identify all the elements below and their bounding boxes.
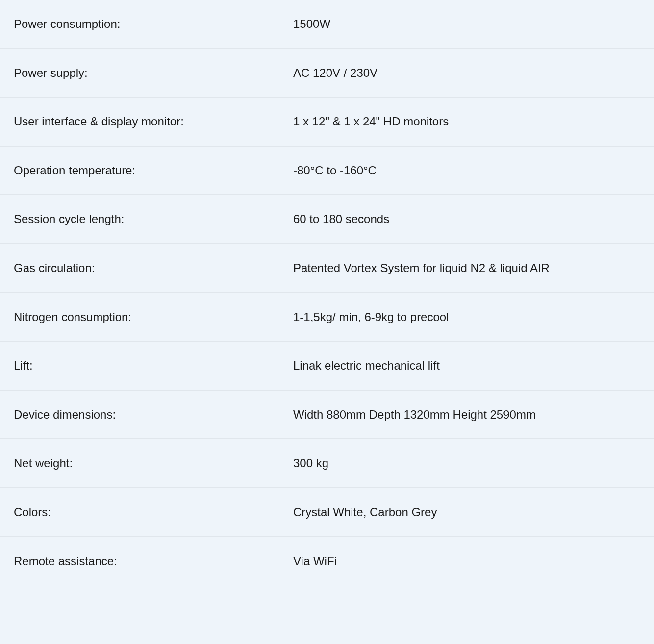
spec-value: 1 x 12" & 1 x 24" HD monitors (293, 113, 640, 130)
spec-label: Power consumption: (14, 16, 293, 32)
spec-value: -80°C to -160°C (293, 162, 640, 179)
spec-value: AC 120V / 230V (293, 65, 640, 81)
spec-value: 300 kg (293, 455, 640, 471)
spec-value: 1-1,5kg/ min, 6-9kg to precool (293, 309, 640, 325)
spec-label: Session cycle length: (14, 211, 293, 227)
spec-value: 1500W (293, 16, 640, 32)
spec-label: Remote assistance: (14, 553, 293, 570)
spec-value: Linak electric mechanical lift (293, 357, 640, 374)
spec-value: Width 880mm Depth 1320mm Height 2590mm (293, 406, 640, 423)
spec-value: Patented Vortex System for liquid N2 & l… (293, 260, 640, 276)
spec-row: Power supply: AC 120V / 230V (0, 49, 654, 98)
spec-row: Device dimensions: Width 880mm Depth 132… (0, 391, 654, 440)
spec-label: User interface & display monitor: (14, 113, 293, 130)
spec-label: Nitrogen consumption: (14, 309, 293, 325)
spec-value: Via WiFi (293, 553, 640, 570)
spec-row: Session cycle length: 60 to 180 seconds (0, 195, 654, 244)
spec-value: Crystal White, Carbon Grey (293, 504, 640, 520)
spec-label: Colors: (14, 504, 293, 520)
spec-row: Operation temperature: -80°C to -160°C (0, 147, 654, 196)
spec-row: Lift: Linak electric mechanical lift (0, 342, 654, 391)
spec-row: Colors: Crystal White, Carbon Grey (0, 488, 654, 537)
spec-row: Gas circulation: Patented Vortex System … (0, 244, 654, 293)
spec-row: Net weight: 300 kg (0, 439, 654, 488)
specifications-table: Power consumption: 1500W Power supply: A… (0, 0, 654, 585)
spec-label: Net weight: (14, 455, 293, 471)
spec-label: Device dimensions: (14, 406, 293, 423)
spec-value: 60 to 180 seconds (293, 211, 640, 227)
spec-label: Gas circulation: (14, 260, 293, 276)
spec-label: Power supply: (14, 65, 293, 81)
spec-label: Lift: (14, 357, 293, 374)
spec-row: Power consumption: 1500W (0, 0, 654, 49)
spec-label: Operation temperature: (14, 162, 293, 179)
spec-row: Nitrogen consumption: 1-1,5kg/ min, 6-9k… (0, 293, 654, 342)
spec-row: User interface & display monitor: 1 x 12… (0, 98, 654, 147)
spec-row: Remote assistance: Via WiFi (0, 537, 654, 585)
